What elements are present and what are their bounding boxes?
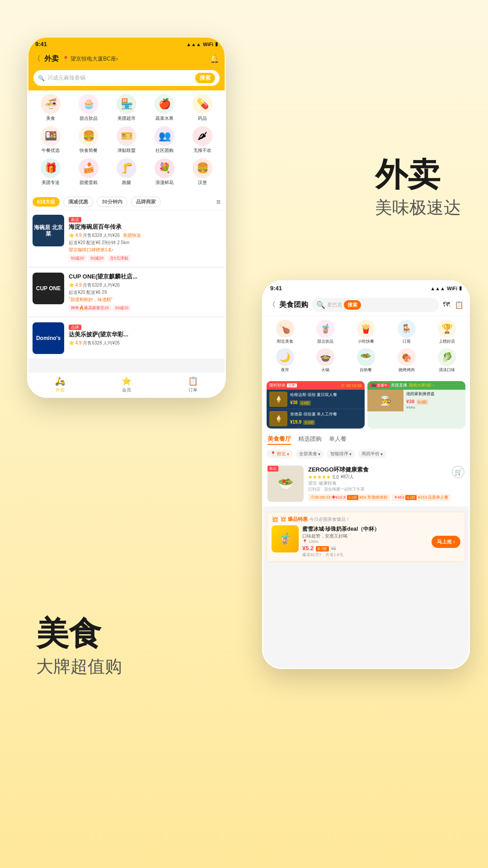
filter-menu-icon[interactable]: ≡	[216, 198, 221, 206]
category-grid-2: 🍗 附近美食 🧋 甜点饮品 🍟 小吃快餐 🪑 订座 🏆 上榜好店 🌙 夜宵 🍲 …	[262, 316, 470, 378]
discount-row-2: ⏱00:09:23 ✦¥16.8 3.1折 ¥54 常德肉米粉 ✦¥63 4.1…	[308, 494, 465, 501]
live-price: ¥38	[406, 399, 414, 404]
filter-tab[interactable]: 618大促	[33, 197, 60, 207]
category-item[interactable]: 🎁 美团专送	[32, 158, 70, 186]
category-item[interactable]: 🍔 快食简餐	[70, 126, 108, 154]
restaurant-card[interactable]: Domino's 品牌 达美乐披萨(望京华彩... ⭐ 4.9 月售6328 人…	[27, 318, 226, 359]
wifi-icon: WiFi	[203, 42, 213, 47]
restaurant-card-2[interactable]: 新店 🥗 ZEROGO环球健康素食 ★★★★★ 5.0 ¥87/人 望京 健康轻…	[262, 461, 470, 509]
category-item-2[interactable]: 🪑 订座	[386, 320, 427, 344]
category-icon-2: 🏆	[438, 320, 456, 338]
delivery-info: 起送¥20 配送¥6 29分钟 2.5km	[69, 240, 221, 246]
section-tabs: 美食餐厅精选团购单人餐	[262, 431, 470, 447]
category-item-2[interactable]: 🥗 自助餐	[346, 348, 386, 373]
category-icon-2: 🥬	[438, 348, 456, 366]
category-item[interactable]: 🍜 美食	[32, 94, 70, 122]
category-item-2[interactable]: 🍗 附近美食	[265, 320, 305, 344]
search-text-1: 川成元麻辣香锅	[47, 74, 192, 82]
category-item[interactable]: 🍔 汉堡	[183, 158, 221, 186]
section-tab[interactable]: 美食餐厅	[267, 435, 291, 445]
promo-right[interactable]: 📺 直播中 美团直播 团购大牌3折 › 👨‍🍳 池田家刺身拼盘 ¥38 6.4折…	[367, 381, 465, 429]
category-item-2[interactable]: 🍟 小吃快餐	[346, 320, 386, 344]
search-btn-2[interactable]: 搜索	[344, 300, 361, 310]
category-label: 美食	[46, 115, 55, 122]
category-grid-1: 🍜 美食 🧁 甜点饮品 🏪 美团超市 🍎 蔬菜水果 💊 药品 🍱 午餐优选 🍔 …	[27, 90, 226, 194]
search-btn-1[interactable]: 搜索	[195, 73, 215, 83]
category-item[interactable]: 🧁 甜点饮品	[70, 94, 108, 122]
promo-left[interactable]: 限时秒杀 仅剩 ⏱ 00:16:56 🍦 哈根达斯·缤纷 夏日双人餐 ¥38 3…	[267, 381, 365, 429]
section-tab[interactable]: 精选团购	[298, 435, 322, 445]
promo-item[interactable]: 🍦 哈根达斯·缤纷 夏日双人餐 ¥38 3.6折	[267, 390, 365, 409]
order-icon[interactable]: 📋	[455, 301, 464, 309]
category-item-2[interactable]: 🍲 火锅	[305, 348, 346, 373]
restaurant-card[interactable]: CUP ONE CUP ONE(望京麒麟社店... ⭐ 4.9 月售6328 人…	[27, 268, 226, 316]
category-item-2[interactable]: 🍖 烧烤烤肉	[386, 348, 427, 373]
filter-chip[interactable]: 📍 附近 ▾	[267, 449, 293, 458]
chevron-down-icon: ▾	[349, 452, 352, 457]
category-item-2[interactable]: 🏆 上榜好店	[427, 320, 467, 344]
filter-tabs-1: 618大促满减优惠30分钟内品牌商家≡	[27, 194, 226, 210]
filter-tab[interactable]: 满减优惠	[63, 197, 93, 207]
search-bar-2[interactable]: 🔍 星巴克 搜索	[312, 298, 439, 312]
category-label: 蔬菜水果	[155, 115, 174, 122]
back-button-1[interactable]: 〈	[33, 54, 41, 64]
promo-discount: 6.6折	[303, 420, 314, 425]
bomb-subtitle: 今日必囤美食爆品！	[310, 516, 350, 523]
waimai-sub-title: 美味极速达	[375, 196, 461, 219]
bomb-card[interactable]: 💥 💥 爆品特惠 今日必囤美食爆品！ 🧋 蜜雪冰城·珍珠奶茶deal（中杯） 口…	[267, 512, 465, 562]
search-icon-2: 🔍	[316, 301, 325, 309]
bell-icon-1[interactable]: 🔔	[210, 54, 220, 64]
filter-tab[interactable]: 30分钟内	[97, 197, 127, 207]
bomb-buy-button[interactable]: 马上抢 ›	[432, 536, 460, 548]
category-item[interactable]: 🌶 无辣不欢	[183, 126, 221, 154]
bomb-info: 蜜雪冰城·珍珠奶茶deal（中杯） 口味超赞，安惠又好喝 📍 100m ¥5.2…	[302, 525, 428, 558]
promo-name: 肯德基·缤纷夏 单人工作餐	[290, 412, 337, 417]
status-icons-1: ▲▲▲ WiFi ▮	[186, 41, 218, 47]
back-button-2[interactable]: 〈	[268, 300, 276, 310]
new-badge: 新店	[69, 217, 81, 222]
category-item[interactable]: 🏪 美团超市	[108, 94, 145, 122]
filter-tab[interactable]: 品牌商家	[131, 197, 161, 207]
category-label: 甜点饮品	[80, 115, 98, 122]
category-item[interactable]: 💊 药品	[183, 94, 221, 122]
battery-icon: ▮	[215, 41, 218, 47]
category-label: 无辣不欢	[193, 147, 211, 154]
category-item[interactable]: 🍰 甜蜜蛋糕	[70, 158, 108, 186]
bottom-nav-item[interactable]: 📋 订单	[160, 376, 226, 393]
restaurant-card[interactable]: 海碗居 北京菜 新店 海淀海碗居百年传承 ⭐ 4.9 月售6328 人均¥26 …	[27, 210, 226, 266]
restaurant-rating: ⭐ 4.9 月售6328 人均¥26	[69, 282, 221, 288]
filter-chip[interactable]: 智能排序 ▾	[327, 449, 355, 458]
category-item[interactable]: 💐 浪漫鲜花	[145, 158, 183, 186]
promo-timer: ⏱ 00:16:56	[341, 383, 362, 388]
search-placeholder-2: 星巴克	[327, 302, 342, 308]
category-item[interactable]: 🎫 津贴联盟	[108, 126, 145, 154]
battery-icon-2: ▮	[459, 285, 462, 291]
live-content: 👨‍🍳 池田家刺身拼盘 ¥38 6.4折 ¥161	[367, 390, 465, 411]
promo-right-sub: 团购大牌3折 ›	[409, 382, 434, 388]
promo-thumb: 🍦	[269, 392, 287, 407]
nav-location-1[interactable]: 📍 望京恒电大厦BC座›	[62, 55, 118, 63]
cart-icon-2[interactable]: 🛒	[452, 466, 465, 478]
filter-chip[interactable]: 周四半价 ▾	[358, 449, 386, 458]
promo-row: 限时秒杀 仅剩 ⏱ 00:16:56 🍦 哈根达斯·缤纷 夏日双人餐 ¥38 3…	[262, 378, 470, 431]
bottom-nav-item[interactable]: 🛵 外卖	[27, 376, 94, 393]
category-icon-2: 🍖	[398, 348, 416, 366]
bottom-nav-item[interactable]: ⭐ 会员	[94, 376, 160, 393]
category-item-2[interactable]: 🌙 夜宵	[265, 348, 305, 373]
category-icon-2: 🍗	[276, 320, 294, 338]
category-item[interactable]: 👥 社区团购	[145, 126, 183, 154]
section-tab[interactable]: 单人餐	[329, 435, 347, 445]
map-icon[interactable]: 🗺	[443, 301, 450, 309]
discount-row: 50减2050减20含5元津贴	[69, 255, 221, 262]
promo-item[interactable]: 🍦 肯德基·缤纷夏 单人工作餐 ¥19.9 6.6折	[267, 409, 365, 429]
category-item[interactable]: 🍎 蔬菜水果	[145, 94, 183, 122]
category-item[interactable]: 🍱 午餐优选	[32, 126, 70, 154]
category-item-2[interactable]: 🥬 清淡口味	[427, 348, 467, 373]
filter-chip[interactable]: 全部美食 ▾	[296, 449, 324, 458]
search-inner-1[interactable]: 🔍 川成元麻辣香锅 搜索	[33, 70, 220, 86]
bottom-nav-label: 外卖	[56, 387, 65, 393]
category-item[interactable]: 🦵 跑腿	[108, 158, 145, 186]
category-icon: 🎫	[117, 126, 136, 146]
category-item-2[interactable]: 🧋 甜点饮品	[305, 320, 346, 344]
category-icon: 🏪	[117, 94, 136, 114]
